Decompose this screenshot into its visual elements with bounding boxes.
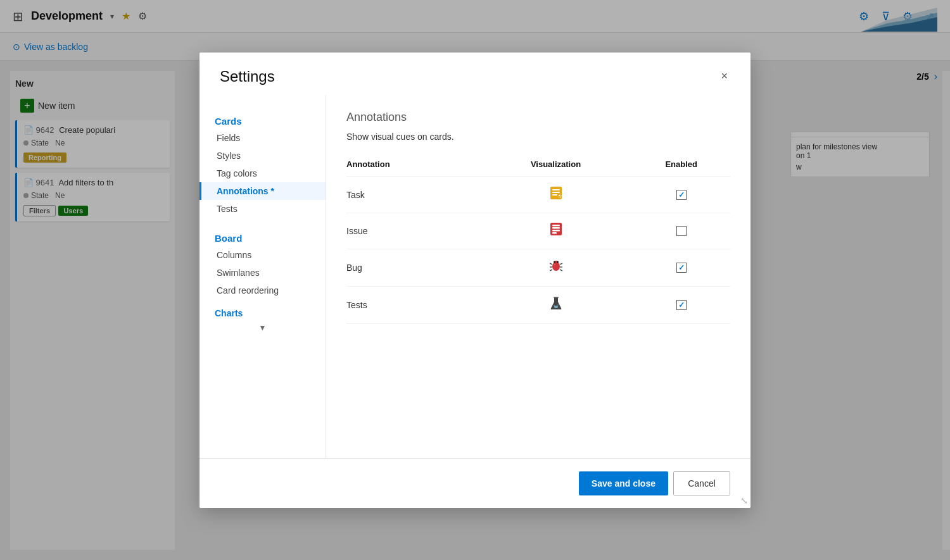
cancel-button[interactable]: Cancel <box>673 471 730 495</box>
save-and-close-button[interactable]: Save and close <box>579 471 668 495</box>
annotations-table: Annotation Visualization Enabled Task <box>346 154 730 324</box>
visualization-issue <box>479 213 633 249</box>
checkbox-task[interactable] <box>676 190 687 200</box>
svg-rect-6 <box>552 194 557 196</box>
nav-section-board: Board <box>200 228 326 246</box>
svg-point-27 <box>557 304 559 306</box>
col-header-visualization: Visualization <box>479 154 633 177</box>
nav-item-tests[interactable]: Tests <box>200 200 326 218</box>
nav-item-charts[interactable]: Charts <box>200 304 326 322</box>
svg-rect-11 <box>552 230 560 232</box>
modal-overlay: Settings × Cards Fields Styles Tag color… <box>0 0 950 560</box>
col-header-annotation: Annotation <box>346 154 479 177</box>
annotation-name-tests: Tests <box>346 286 479 323</box>
svg-line-21 <box>550 270 552 271</box>
modal-content: Annotations Show visual cues on cards. A… <box>326 96 750 458</box>
modal-title: Settings <box>220 68 275 85</box>
modal-body: Cards Fields Styles Tag colors Annotatio… <box>200 96 750 458</box>
nav-item-columns[interactable]: Columns <box>200 246 326 264</box>
svg-rect-4 <box>552 189 560 190</box>
table-row-issue: Issue <box>346 213 730 249</box>
enabled-issue[interactable] <box>633 213 731 249</box>
svg-point-15 <box>554 261 555 263</box>
svg-rect-5 <box>552 192 560 193</box>
table-row-tests: Tests <box>346 286 730 323</box>
modal-header: Settings × <box>200 53 750 96</box>
svg-rect-12 <box>552 232 557 234</box>
task-visualization-icon <box>549 186 563 204</box>
annotation-name-issue: Issue <box>346 213 479 249</box>
tests-visualization-icon <box>548 296 564 314</box>
svg-point-26 <box>554 305 555 306</box>
nav-item-swimlanes[interactable]: Swimlanes <box>200 264 326 282</box>
annotations-description: Show visual cues on cards. <box>346 132 730 142</box>
annotation-name-bug: Bug <box>346 249 479 286</box>
checkbox-tests[interactable] <box>676 300 687 310</box>
svg-line-17 <box>550 263 552 264</box>
svg-rect-10 <box>552 227 560 229</box>
settings-modal: Settings × Cards Fields Styles Tag color… <box>200 53 750 508</box>
nav-item-card-reordering[interactable]: Card reordering <box>200 282 326 299</box>
nav-section-cards: Cards <box>200 111 326 129</box>
annotations-section-title: Annotations <box>346 111 730 124</box>
nav-item-fields[interactable]: Fields <box>200 129 326 147</box>
svg-line-22 <box>560 270 562 271</box>
svg-rect-24 <box>554 297 559 298</box>
annotation-name-task: Task <box>346 177 479 213</box>
table-row-bug: Bug <box>346 249 730 286</box>
svg-line-18 <box>560 263 562 264</box>
svg-point-25 <box>554 306 558 308</box>
svg-rect-9 <box>552 225 560 227</box>
charts-dropdown-arrow: ▼ <box>200 323 326 332</box>
checkbox-bug[interactable] <box>676 263 687 273</box>
nav-item-annotations[interactable]: Annotations * <box>200 182 326 200</box>
enabled-tests[interactable] <box>633 286 731 323</box>
modal-sidebar: Cards Fields Styles Tag colors Annotatio… <box>200 96 326 458</box>
bug-visualization-icon <box>548 258 564 277</box>
enabled-task[interactable] <box>633 177 731 213</box>
svg-point-23 <box>554 264 555 264</box>
visualization-task <box>479 177 633 213</box>
nav-item-tag-colors[interactable]: Tag colors <box>200 165 326 182</box>
visualization-bug <box>479 249 633 286</box>
checkbox-issue[interactable] <box>676 226 687 236</box>
issue-visualization-icon <box>549 222 563 240</box>
modal-footer: Save and close Cancel ⤡ <box>200 458 750 508</box>
svg-point-16 <box>557 261 559 263</box>
enabled-bug[interactable] <box>633 249 731 286</box>
modal-close-button[interactable]: × <box>718 68 730 84</box>
col-header-enabled: Enabled <box>633 154 731 177</box>
nav-item-styles[interactable]: Styles <box>200 147 326 165</box>
resize-handle: ⤡ <box>740 495 748 506</box>
visualization-tests <box>479 286 633 323</box>
table-row-task: Task <box>346 177 730 213</box>
